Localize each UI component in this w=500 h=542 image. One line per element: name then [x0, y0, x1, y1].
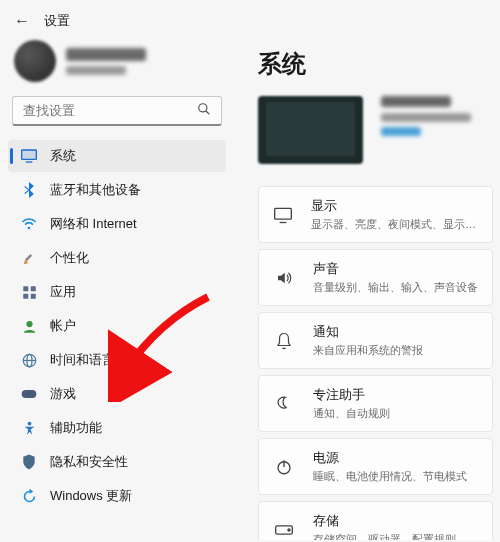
brush-icon	[20, 249, 38, 267]
card-title: 专注助手	[313, 386, 390, 404]
settings-card-focus[interactable]: 专注助手 通知、自动规则	[258, 375, 493, 432]
card-title: 显示	[311, 197, 486, 215]
globe-icon	[20, 351, 38, 369]
svg-point-5	[28, 227, 31, 230]
settings-card-display[interactable]: 显示 显示器、亮度、夜间模式、显示描述	[258, 186, 493, 243]
sidebar-item-label: 时间和语言	[50, 351, 115, 369]
sidebar-item-label: 系统	[50, 147, 76, 165]
svg-point-11	[26, 320, 32, 326]
shield-icon	[20, 453, 38, 471]
search-box[interactable]	[12, 96, 222, 126]
settings-card-power[interactable]: 电源 睡眠、电池使用情况、节电模式	[258, 438, 493, 495]
sidebar-item-accessibility[interactable]: 辅助功能	[8, 412, 226, 444]
svg-rect-15	[22, 390, 37, 398]
gaming-icon	[20, 385, 38, 403]
display-icon	[273, 204, 293, 226]
sidebar-item-label: 网络和 Internet	[50, 215, 137, 233]
bell-icon	[273, 330, 295, 352]
storage-icon	[273, 519, 295, 541]
apps-icon	[20, 283, 38, 301]
svg-rect-3	[22, 150, 37, 159]
svg-point-0	[199, 104, 207, 112]
sidebar-item-label: 帐户	[50, 317, 76, 335]
sidebar-item-label: 应用	[50, 283, 76, 301]
svg-line-1	[206, 111, 210, 115]
accessibility-icon	[20, 419, 38, 437]
sidebar-item-system[interactable]: 系统	[8, 140, 226, 172]
sidebar-item-bluetooth[interactable]: 蓝牙和其他设备	[8, 174, 226, 206]
svg-point-22	[288, 528, 290, 530]
svg-rect-7	[23, 286, 28, 291]
search-input[interactable]	[23, 103, 197, 118]
sidebar-item-label: 蓝牙和其他设备	[50, 181, 141, 199]
sidebar-item-label: 辅助功能	[50, 419, 102, 437]
card-desc: 存储空间、驱动器、配置规则…	[313, 532, 467, 540]
bluetooth-icon	[20, 181, 38, 199]
sidebar-item-label: 游戏	[50, 385, 76, 403]
moon-icon	[273, 393, 295, 415]
sidebar-item-windows-update[interactable]: Windows 更新	[8, 480, 226, 512]
svg-rect-6	[25, 254, 32, 261]
user-account-row[interactable]	[8, 36, 226, 96]
page-title: 系统	[258, 36, 500, 96]
wifi-icon	[20, 215, 38, 233]
svg-rect-9	[23, 293, 28, 298]
svg-point-16	[27, 421, 31, 425]
sidebar-item-label: 隐私和安全性	[50, 453, 128, 471]
card-desc: 通知、自动规则	[313, 406, 390, 421]
sidebar-item-time-language[interactable]: 时间和语言	[8, 344, 226, 376]
card-desc: 显示器、亮度、夜间模式、显示描述	[311, 217, 486, 232]
sidebar-item-apps[interactable]: 应用	[8, 276, 226, 308]
device-summary[interactable]	[258, 96, 500, 164]
svg-rect-17	[275, 208, 292, 219]
device-info	[381, 96, 471, 136]
card-desc: 音量级别、输出、输入、声音设备	[313, 280, 478, 295]
card-desc: 睡眠、电池使用情况、节电模式	[313, 469, 467, 484]
system-icon	[20, 147, 38, 165]
card-title: 存储	[313, 512, 467, 530]
account-icon	[20, 317, 38, 335]
sidebar-item-personalization[interactable]: 个性化	[8, 242, 226, 274]
sidebar-item-accounts[interactable]: 帐户	[8, 310, 226, 342]
sidebar-item-privacy[interactable]: 隐私和安全性	[8, 446, 226, 478]
sidebar-item-label: Windows 更新	[50, 487, 132, 505]
device-thumbnail	[258, 96, 363, 164]
card-title: 声音	[313, 260, 478, 278]
sidebar-item-gaming[interactable]: 游戏	[8, 378, 226, 410]
app-title: 设置	[44, 12, 70, 30]
card-desc: 来自应用和系统的警报	[313, 343, 423, 358]
search-icon	[197, 102, 211, 119]
settings-card-storage[interactable]: 存储 存储空间、驱动器、配置规则…	[258, 501, 493, 540]
settings-card-notifications[interactable]: 通知 来自应用和系统的警报	[258, 312, 493, 369]
back-icon[interactable]: ←	[14, 12, 30, 30]
sidebar-item-network[interactable]: 网络和 Internet	[8, 208, 226, 240]
svg-rect-10	[30, 293, 35, 298]
sidebar-item-label: 个性化	[50, 249, 89, 267]
sound-icon	[273, 267, 295, 289]
card-title: 电源	[313, 449, 467, 467]
svg-rect-8	[30, 286, 35, 291]
avatar	[14, 40, 56, 82]
user-name-block	[66, 48, 146, 75]
settings-card-sound[interactable]: 声音 音量级别、输出、输入、声音设备	[258, 249, 493, 306]
power-icon	[273, 456, 295, 478]
card-title: 通知	[313, 323, 423, 341]
update-icon	[20, 487, 38, 505]
